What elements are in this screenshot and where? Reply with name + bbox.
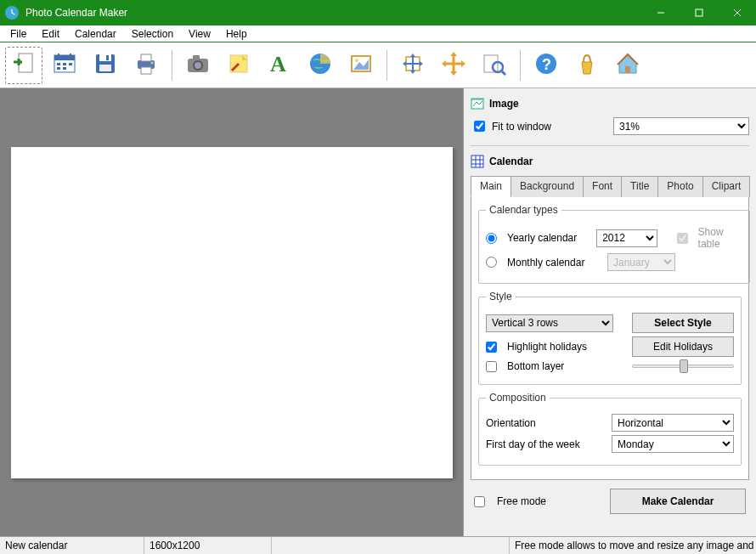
yearly-label: Yearly calendar bbox=[507, 232, 590, 244]
menu-file[interactable]: File bbox=[3, 26, 33, 42]
status-empty bbox=[272, 537, 510, 554]
save-button[interactable] bbox=[87, 47, 124, 84]
search-button[interactable] bbox=[476, 47, 513, 84]
svg-rect-33 bbox=[484, 55, 498, 72]
new-doc-button[interactable] bbox=[5, 47, 42, 84]
svg-rect-1 bbox=[696, 9, 702, 16]
fit-to-window-checkbox[interactable] bbox=[474, 121, 485, 132]
toolbar-separator bbox=[520, 50, 521, 81]
make-calendar-button[interactable]: Make Calendar bbox=[610, 489, 746, 514]
toolbar-separator bbox=[172, 50, 172, 81]
menu-help[interactable]: Help bbox=[219, 26, 254, 42]
move-icon bbox=[440, 50, 467, 80]
menubar: FileEditCalendarSelectionViewHelp bbox=[0, 25, 756, 42]
note-icon bbox=[225, 50, 252, 80]
save-icon bbox=[92, 50, 119, 80]
calendar-types-legend: Calendar types bbox=[486, 204, 561, 216]
svg-rect-19 bbox=[141, 54, 151, 61]
bottom-layer-label: Bottom layer bbox=[507, 360, 564, 372]
fit-to-window-label: Fit to window bbox=[492, 121, 551, 133]
free-mode-checkbox[interactable] bbox=[474, 496, 485, 507]
highlight-holidays-checkbox[interactable] bbox=[486, 342, 497, 353]
yearly-radio[interactable] bbox=[486, 233, 497, 244]
print-icon bbox=[133, 50, 160, 80]
tab-main[interactable]: Main bbox=[471, 176, 511, 197]
svg-rect-11 bbox=[69, 63, 72, 65]
orientation-select[interactable]: Horizontal bbox=[612, 414, 734, 432]
status-hint: Free mode allows to move and resize any … bbox=[510, 537, 756, 554]
zoom-select[interactable]: 31% bbox=[613, 117, 749, 135]
font-icon: A bbox=[266, 50, 293, 80]
toolbar-separator bbox=[386, 50, 387, 81]
svg-point-25 bbox=[195, 62, 201, 69]
help-button[interactable]: ? bbox=[528, 47, 565, 84]
menu-edit[interactable]: Edit bbox=[35, 26, 66, 42]
year-select[interactable]: 2012 bbox=[596, 229, 657, 247]
monthly-label: Monthly calendar bbox=[507, 257, 601, 269]
expand-icon bbox=[399, 50, 426, 80]
svg-rect-6 bbox=[54, 55, 75, 60]
image-icon bbox=[471, 97, 484, 110]
menu-calendar[interactable]: Calendar bbox=[68, 26, 123, 42]
search-icon bbox=[481, 50, 508, 80]
move-button[interactable] bbox=[435, 47, 472, 84]
highlight-holidays-label: Highlight holidays bbox=[507, 341, 587, 353]
home-icon bbox=[614, 50, 641, 80]
tab-font[interactable]: Font bbox=[583, 176, 622, 197]
svg-rect-17 bbox=[99, 65, 111, 71]
svg-rect-38 bbox=[625, 66, 630, 73]
globe-button[interactable] bbox=[302, 47, 339, 84]
select-style-button[interactable]: Select Style bbox=[632, 313, 734, 333]
tab-photo[interactable]: Photo bbox=[657, 176, 702, 197]
tab-main-body: Calendar types Yearly calendar 2012 Show… bbox=[471, 197, 749, 480]
font-button[interactable]: A bbox=[261, 47, 298, 84]
svg-rect-13 bbox=[63, 67, 66, 70]
svg-rect-20 bbox=[141, 67, 151, 74]
tab-title[interactable]: Title bbox=[621, 176, 658, 197]
edit-holidays-button[interactable]: Edit Holidays bbox=[632, 336, 734, 357]
monthly-radio[interactable] bbox=[486, 257, 497, 268]
svg-text:?: ? bbox=[542, 56, 551, 73]
layout-select[interactable]: Vertical 3 rows bbox=[486, 314, 613, 332]
svg-rect-10 bbox=[63, 63, 66, 65]
first-day-select[interactable]: Monday bbox=[612, 435, 734, 453]
image-section-header: Image bbox=[471, 93, 749, 114]
svg-point-21 bbox=[151, 62, 154, 65]
print-button[interactable] bbox=[127, 47, 165, 84]
globe-icon bbox=[307, 50, 334, 80]
menu-view[interactable]: View bbox=[182, 26, 217, 42]
menu-selection[interactable]: Selection bbox=[125, 26, 180, 42]
bottom-layer-checkbox[interactable] bbox=[486, 361, 497, 372]
help-icon: ? bbox=[533, 50, 560, 80]
status-dimensions: 1600x1200 bbox=[144, 537, 272, 554]
show-table-checkbox bbox=[677, 233, 688, 244]
opacity-slider[interactable] bbox=[632, 365, 734, 368]
minimize-button[interactable] bbox=[641, 0, 680, 25]
first-day-label: First day of the week bbox=[486, 438, 605, 450]
status-doc-name: New calendar bbox=[0, 537, 144, 554]
svg-line-35 bbox=[501, 71, 505, 75]
camera-button[interactable] bbox=[179, 47, 217, 84]
expand-button[interactable] bbox=[394, 47, 432, 84]
tab-clipart[interactable]: Clipart bbox=[702, 176, 751, 197]
toolbar: A? bbox=[0, 42, 756, 88]
shop-button[interactable] bbox=[568, 47, 606, 84]
calendar-grid-icon bbox=[471, 155, 484, 168]
calendar-section-header: Calendar bbox=[471, 151, 749, 172]
picture-button[interactable] bbox=[342, 47, 380, 84]
side-panel: Image Fit to window 31% Calendar MainBac… bbox=[464, 88, 756, 536]
close-button[interactable] bbox=[718, 0, 756, 25]
tab-background[interactable]: Background bbox=[511, 176, 584, 197]
shop-icon bbox=[573, 50, 601, 80]
canvas[interactable] bbox=[11, 147, 453, 478]
camera-icon bbox=[184, 50, 212, 80]
calendar-tabs: MainBackgroundFontTitlePhotoClipart bbox=[471, 175, 749, 197]
calendar-button[interactable] bbox=[46, 47, 83, 84]
note-button[interactable] bbox=[220, 47, 257, 84]
maximize-button[interactable] bbox=[680, 0, 718, 25]
svg-rect-12 bbox=[57, 67, 60, 70]
svg-rect-23 bbox=[193, 55, 200, 59]
svg-rect-15 bbox=[99, 54, 111, 61]
orientation-label: Orientation bbox=[486, 417, 605, 429]
home-button[interactable] bbox=[609, 47, 646, 84]
